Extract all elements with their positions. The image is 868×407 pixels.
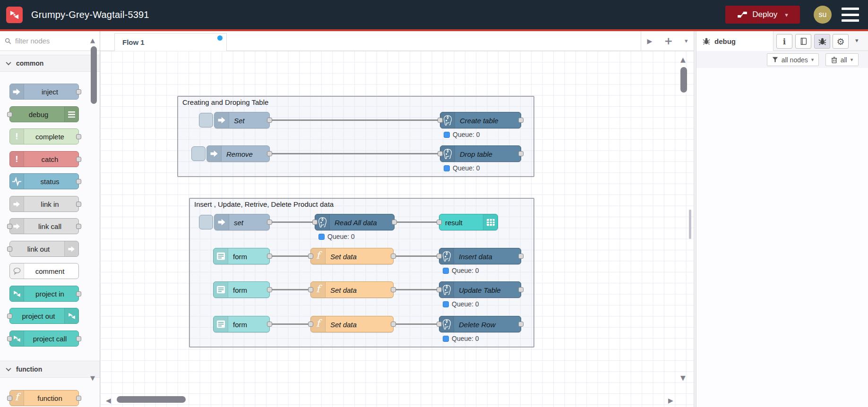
output-port[interactable] <box>518 254 524 259</box>
palette-node-link-in[interactable]: link in <box>9 196 79 212</box>
palette-node-project-out[interactable]: project out <box>9 308 79 324</box>
sidebar-config-button[interactable]: ⚙ <box>833 34 849 49</box>
sidebar-help-button[interactable] <box>795 34 811 49</box>
palette-node-inject[interactable]: inject <box>9 84 79 100</box>
canvas-thin-scrollbar-thumb[interactable] <box>689 210 691 239</box>
palette-category-common[interactable]: common <box>0 55 100 72</box>
sidebar-debug-button[interactable] <box>814 34 830 49</box>
node-drop-table[interactable]: Drop table <box>440 145 521 162</box>
palette-node-status[interactable]: status <box>9 173 79 189</box>
wire[interactable] <box>395 221 439 223</box>
input-port[interactable] <box>438 118 443 123</box>
next-tab-icon[interactable]: ▶ <box>647 37 653 45</box>
output-port[interactable] <box>76 89 81 94</box>
wire[interactable] <box>270 119 440 121</box>
node-form[interactable]: form <box>213 316 270 332</box>
output-port[interactable] <box>267 322 272 327</box>
palette-scroll-up-icon[interactable]: ▲ <box>90 37 95 43</box>
node-form[interactable]: form <box>213 248 270 264</box>
output-port[interactable] <box>76 134 81 139</box>
sidebar-tab-debug[interactable]: debug <box>696 31 773 51</box>
canvas-scroll-right-icon[interactable]: ▶ <box>668 397 673 404</box>
input-port[interactable] <box>437 254 442 259</box>
node-set[interactable]: Set <box>214 112 270 128</box>
node-set-data[interactable]: fSet data <box>310 248 394 264</box>
palette-node-project-in[interactable]: project in <box>9 286 79 302</box>
node-result[interactable]: result <box>439 214 498 230</box>
node-delete-row[interactable]: Delete Row <box>439 316 521 332</box>
palette-node-function[interactable]: ffunction <box>9 390 79 406</box>
canvas-scroll-down-icon[interactable]: ▼ <box>680 374 686 381</box>
input-port[interactable] <box>7 224 12 229</box>
input-port[interactable] <box>437 287 442 292</box>
tab-flow-1[interactable]: Flow 1 <box>114 33 227 51</box>
output-port[interactable] <box>392 220 397 225</box>
input-port[interactable] <box>438 151 443 156</box>
node-read-all-data[interactable]: Read All data <box>315 214 395 230</box>
output-port[interactable] <box>76 224 81 229</box>
main-menu-button[interactable] <box>842 8 859 22</box>
inject-run-button[interactable] <box>199 215 213 229</box>
wire[interactable] <box>394 323 439 325</box>
wire[interactable] <box>270 255 310 257</box>
node-create-table[interactable]: Create table <box>440 112 521 128</box>
user-avatar[interactable]: su <box>814 6 832 24</box>
palette-filter-input[interactable] <box>15 37 91 45</box>
output-port[interactable] <box>76 291 81 297</box>
flow-list-caret-icon[interactable]: ▾ <box>685 37 688 44</box>
output-port[interactable] <box>76 396 81 401</box>
wire[interactable] <box>394 255 439 257</box>
node-set-data[interactable]: fSet data <box>310 316 394 332</box>
wire[interactable] <box>270 221 315 223</box>
canvas-scroll-left-icon[interactable]: ◀ <box>106 397 111 404</box>
output-port[interactable] <box>76 202 81 207</box>
input-port[interactable] <box>308 322 313 327</box>
palette-node-project-call[interactable]: project call <box>9 331 79 347</box>
output-port[interactable] <box>76 179 81 184</box>
input-port[interactable] <box>7 112 12 117</box>
output-port[interactable] <box>267 220 272 225</box>
canvas-vscrollbar-thumb[interactable] <box>680 67 687 93</box>
palette-node-complete[interactable]: !complete <box>9 128 79 144</box>
canvas-hscrollbar-thumb[interactable] <box>117 396 186 403</box>
add-flow-button[interactable]: + <box>664 35 672 47</box>
output-port[interactable] <box>267 151 272 156</box>
palette-scroll-down-icon[interactable]: ▼ <box>90 375 95 381</box>
sidebar-tabs-caret-icon[interactable]: ▾ <box>855 37 859 44</box>
node-set[interactable]: set <box>214 214 270 230</box>
input-port[interactable] <box>7 336 12 341</box>
palette-category-function[interactable]: function <box>0 361 100 378</box>
input-port[interactable] <box>437 322 442 327</box>
wire[interactable] <box>270 323 310 325</box>
node-update-table[interactable]: Update Table <box>439 281 521 298</box>
output-port[interactable] <box>76 336 81 341</box>
output-port[interactable] <box>391 322 396 327</box>
output-port[interactable] <box>267 118 272 123</box>
input-port[interactable] <box>7 246 12 252</box>
palette-node-debug[interactable]: debug <box>9 106 79 122</box>
input-port[interactable] <box>308 287 313 292</box>
deploy-caret-icon[interactable]: ▾ <box>785 11 788 18</box>
canvas-scroll-up-icon[interactable]: ▲ <box>680 56 686 63</box>
input-port[interactable] <box>437 220 442 225</box>
output-port[interactable] <box>391 254 396 259</box>
wire[interactable] <box>394 289 439 290</box>
output-port[interactable] <box>76 157 81 162</box>
palette-node-link-out[interactable]: link out <box>9 241 79 257</box>
wire[interactable] <box>270 289 310 290</box>
node-set-data[interactable]: fSet data <box>310 281 394 298</box>
input-port[interactable] <box>7 314 12 319</box>
flow-canvas[interactable]: Creating and Droping TableInsert , Updat… <box>100 51 694 407</box>
node-insert-data[interactable]: Insert data <box>439 248 521 264</box>
input-port[interactable] <box>7 396 12 401</box>
wire[interactable] <box>270 153 440 154</box>
inject-run-button[interactable] <box>191 146 206 161</box>
deploy-button[interactable]: Deploy ▾ <box>725 6 800 24</box>
input-port[interactable] <box>308 254 313 259</box>
output-port[interactable] <box>267 287 272 292</box>
output-port[interactable] <box>518 151 524 156</box>
palette-search[interactable] <box>0 31 100 51</box>
output-port[interactable] <box>518 322 524 327</box>
palette-scrollbar-thumb[interactable] <box>91 46 97 104</box>
debug-messages-panel[interactable] <box>696 68 868 407</box>
